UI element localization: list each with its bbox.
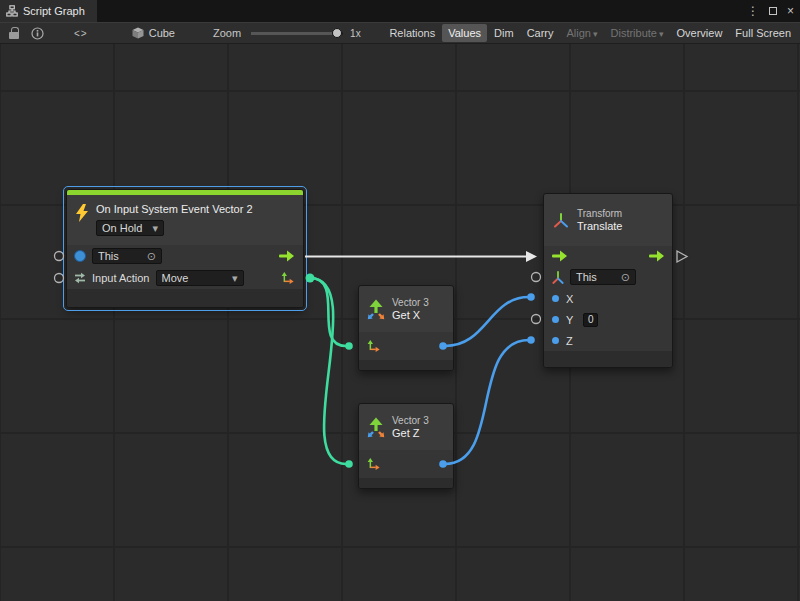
event-node-title: On Input System Event Vector 2 — [96, 200, 253, 216]
translate-this-row: This ⊙ — [544, 266, 672, 288]
y-input-port[interactable] — [552, 316, 559, 323]
relations-button[interactable]: Relations — [383, 24, 441, 42]
event-mode-dropdown[interactable]: On Hold ▾ — [96, 220, 164, 236]
graph-toolbar: <> Cube Zoom 1x Relations Values Dim Car… — [0, 22, 800, 44]
transform-icon — [552, 270, 564, 284]
vector3-get-icon — [366, 417, 386, 438]
distribute-button[interactable]: Distribute▾ — [605, 24, 670, 42]
target-name: Cube — [149, 27, 175, 39]
zoom-slider-fill — [251, 32, 332, 35]
maximize-glyph — [769, 7, 777, 15]
lock-icon[interactable] — [9, 32, 19, 39]
event-this-dropdown[interactable]: This ⊙ — [92, 248, 162, 264]
menu-dots-icon[interactable]: ⋮ — [747, 4, 759, 18]
translate-this-label: This — [576, 271, 597, 283]
target-picker-icon: ⊙ — [621, 272, 630, 283]
get-z-title: Get Z — [392, 427, 429, 440]
dim-button[interactable]: Dim — [488, 24, 520, 42]
tab-script-graph[interactable]: Script Graph — [0, 0, 97, 22]
chevron-down-icon: ▾ — [152, 223, 158, 234]
flow-output-port[interactable] — [649, 250, 664, 262]
input-action-value: Move — [162, 272, 189, 284]
vector3-get-icon — [366, 299, 386, 320]
zoom-slider-handle[interactable] — [332, 28, 342, 38]
values-button[interactable]: Values — [442, 24, 487, 42]
tab-title: Script Graph — [23, 5, 85, 17]
z-input-port[interactable] — [552, 337, 559, 344]
get-x-footer — [359, 360, 453, 370]
tab-bar: Script Graph ⋮ × — [0, 0, 800, 22]
translate-footer — [544, 351, 672, 367]
flow-output-port[interactable] — [279, 250, 294, 262]
vector3-input-port[interactable] — [367, 458, 380, 471]
get-z-footer — [359, 478, 453, 488]
node-get-x[interactable]: Vector 3 Get X — [358, 285, 454, 371]
x-label: X — [566, 293, 573, 305]
translate-category: Transform — [577, 208, 622, 220]
translate-this-dropdown[interactable]: This ⊙ — [570, 269, 636, 285]
close-icon[interactable]: × — [787, 4, 794, 18]
overview-button[interactable]: Overview — [671, 24, 729, 42]
get-z-category: Vector 3 — [392, 415, 429, 427]
fullscreen-button[interactable]: Full Screen — [729, 24, 797, 42]
y-label: Y — [566, 314, 573, 326]
event-header: On Input System Event Vector 2 On Hold ▾ — [67, 195, 303, 245]
input-action-icon — [74, 272, 86, 284]
event-mode-value: On Hold — [102, 222, 142, 234]
align-label: Align — [567, 27, 591, 39]
z-label: Z — [566, 335, 573, 347]
window-controls: ⋮ × — [747, 0, 794, 22]
node-transform-translate[interactable]: Transform Translate This ⊙ X — [543, 193, 673, 368]
y-value-field[interactable]: 0 — [583, 313, 598, 327]
chevron-down-icon: ▾ — [593, 29, 598, 39]
cube-icon — [132, 27, 144, 39]
translate-z-row: Z — [544, 330, 672, 351]
node-get-z[interactable]: Vector 3 Get Z — [358, 403, 454, 489]
distribute-label: Distribute — [611, 27, 657, 39]
zoom-slider[interactable] — [251, 32, 343, 35]
target-picker-icon: ⊙ — [147, 251, 156, 262]
vector3-input-port[interactable] — [367, 340, 380, 353]
code-view-icon[interactable]: <> — [74, 28, 88, 39]
get-x-title: Get X — [392, 309, 429, 322]
translate-flow-row — [544, 246, 672, 266]
event-footer — [67, 289, 303, 307]
input-action-label: Input Action — [92, 272, 150, 284]
chevron-down-icon: ▾ — [232, 273, 238, 284]
maximize-icon[interactable] — [769, 7, 777, 15]
transform-icon — [553, 212, 569, 229]
info-icon[interactable] — [31, 27, 44, 40]
translate-header: Transform Translate — [544, 194, 672, 246]
graph-target-selector[interactable]: Cube — [132, 27, 175, 39]
flow-input-port[interactable] — [552, 250, 567, 262]
chevron-down-icon: ▾ — [659, 29, 664, 39]
get-x-header: Vector 3 Get X — [359, 286, 453, 332]
x-input-port[interactable] — [552, 295, 559, 302]
gameobject-icon — [74, 250, 86, 262]
zoom-label: Zoom — [213, 27, 241, 39]
align-button[interactable]: Align▾ — [561, 24, 604, 42]
vector2-output-port[interactable] — [281, 272, 294, 285]
get-z-port-row — [359, 450, 453, 478]
get-z-header: Vector 3 Get Z — [359, 404, 453, 450]
event-this-row: This ⊙ — [67, 245, 303, 267]
get-x-category: Vector 3 — [392, 297, 429, 309]
event-this-label: This — [98, 250, 119, 262]
translate-title: Translate — [577, 220, 622, 233]
zoom-value: 1x — [350, 28, 361, 39]
input-action-dropdown[interactable]: Move ▾ — [156, 270, 244, 286]
lightning-bolt-icon — [75, 204, 89, 222]
toolbar-button-group: Relations Values Dim Carry Align▾ Distri… — [383, 24, 797, 42]
get-x-port-row — [359, 332, 453, 360]
translate-y-row: Y 0 — [544, 309, 672, 330]
node-on-input-system-event[interactable]: On Input System Event Vector 2 On Hold ▾… — [66, 189, 304, 308]
translate-x-row: X — [544, 288, 672, 309]
carry-button[interactable]: Carry — [521, 24, 560, 42]
script-graph-icon — [6, 5, 18, 17]
event-action-row: Input Action Move ▾ — [67, 267, 303, 289]
